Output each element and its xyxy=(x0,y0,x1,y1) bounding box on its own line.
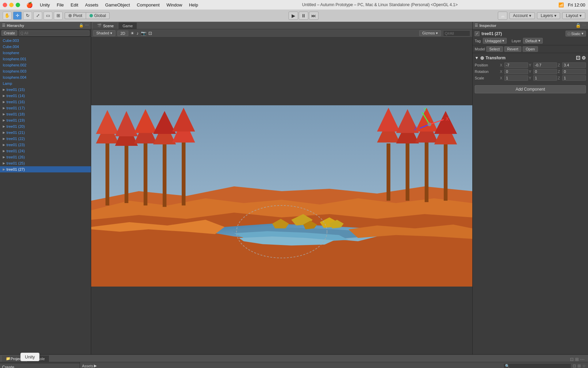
revert-button[interactable]: Revert xyxy=(504,46,521,52)
traffic-lights[interactable] xyxy=(3,3,20,7)
inspector-lock-icon[interactable]: 🔒 xyxy=(575,23,581,28)
scale-z-input[interactable] xyxy=(562,75,586,81)
step-button[interactable]: ⏭ xyxy=(309,12,318,20)
transform-collapse-icon[interactable]: ▼ xyxy=(475,56,479,60)
scale-tool-button[interactable]: ⤢ xyxy=(33,12,42,20)
project-search-input[interactable] xyxy=(503,363,571,368)
rotate-tool-button[interactable]: ↻ xyxy=(23,12,32,20)
global-button[interactable]: Global xyxy=(86,12,110,19)
position-x-input[interactable] xyxy=(504,62,528,68)
list-item[interactable]: ▶tree01 (21) xyxy=(0,129,91,136)
hierarchy-lock-icon[interactable]: 🔒 xyxy=(79,23,84,28)
scene-tab[interactable]: 🎬 Scene xyxy=(93,22,118,29)
menu-apple[interactable]: 🍎 xyxy=(23,0,36,10)
menu-component[interactable]: Component xyxy=(133,0,163,10)
gizmos-dropdown[interactable]: Gizmos ▾ xyxy=(419,30,441,36)
hierarchy-options-icon[interactable]: ⋯ xyxy=(85,23,89,28)
list-item[interactable]: ▶tree01 (19) xyxy=(0,117,91,123)
scene-search-input[interactable] xyxy=(443,30,470,36)
minimize-button[interactable] xyxy=(9,3,14,7)
position-y-input[interactable] xyxy=(533,62,557,68)
static-checkbox-icon: □ xyxy=(568,32,570,36)
list-item[interactable]: Icosphere.002 xyxy=(0,62,91,68)
rect-tool-button[interactable]: ▭ xyxy=(44,12,52,20)
list-item[interactable]: Icosphere.003 xyxy=(0,68,91,74)
rotation-z-input[interactable] xyxy=(562,69,586,74)
account-dropdown[interactable]: Account ▾ xyxy=(509,12,535,19)
rotation-x-input[interactable] xyxy=(504,69,528,74)
pivot-button[interactable]: Pivot xyxy=(65,12,86,19)
layers-dropdown[interactable]: Layers ▾ xyxy=(537,12,560,19)
list-item[interactable]: ▶tree01 (16) xyxy=(0,99,91,105)
game-tab[interactable]: Game xyxy=(118,22,137,29)
transform-copy-icon[interactable]: ⊡ xyxy=(576,55,580,61)
list-item[interactable]: Icosphere xyxy=(0,50,91,56)
add-component-button[interactable]: Add Component xyxy=(475,85,586,93)
play-button[interactable]: ▶ xyxy=(289,12,298,20)
layout-dropdown[interactable]: Layout ▾ xyxy=(562,12,585,19)
scale-x-input[interactable] xyxy=(504,75,528,81)
list-item[interactable]: Cube.003 xyxy=(0,37,91,44)
2d-button[interactable]: 2D xyxy=(117,31,128,36)
cloud-button[interactable]: ☁ xyxy=(498,12,507,20)
shading-dropdown[interactable]: Shaded ▾ xyxy=(93,30,115,36)
menu-edit[interactable]: Edit xyxy=(67,0,82,10)
transform-gear-icon[interactable]: ⚙ xyxy=(582,55,586,61)
layers-icon: ⊡ xyxy=(148,31,152,36)
list-item[interactable]: Lamp xyxy=(0,80,91,87)
project-list-icon[interactable]: ⊡ xyxy=(573,364,576,368)
menu-unity[interactable]: Unity xyxy=(36,0,53,10)
list-item[interactable]: Icosphere.001 xyxy=(0,56,91,62)
list-item[interactable]: ▶tree01 (15) xyxy=(0,87,91,93)
menu-file[interactable]: File xyxy=(53,0,67,10)
list-item[interactable]: ▶tree01 (22) xyxy=(0,136,91,142)
close-button[interactable] xyxy=(3,3,7,7)
list-item[interactable]: ▶tree01 (14) xyxy=(0,93,91,99)
maximize-button[interactable] xyxy=(16,3,20,7)
position-z-input[interactable] xyxy=(562,62,586,68)
list-item-selected[interactable]: ▶tree01 (27) xyxy=(0,166,91,172)
item-label: tree01 (14) xyxy=(6,94,25,98)
scale-label: Scale xyxy=(475,76,499,80)
list-item[interactable]: ▶tree01 (17) xyxy=(0,105,91,111)
list-item[interactable]: Cube.004 xyxy=(0,44,91,50)
project-create-button[interactable]: Create xyxy=(2,365,14,368)
layer-dropdown[interactable]: Default ▾ xyxy=(523,38,543,44)
list-item[interactable]: Icosphere.004 xyxy=(0,74,91,80)
transform-tool-button[interactable]: ⊞ xyxy=(54,12,63,20)
list-item[interactable]: ▶tree01 (18) xyxy=(0,111,91,117)
static-dropdown[interactable]: □ Static ▾ xyxy=(566,31,586,36)
open-button[interactable]: Open xyxy=(523,46,538,52)
bottom-panel-icon3[interactable]: ⋯ xyxy=(580,357,585,362)
scale-y-input[interactable] xyxy=(533,75,557,81)
project-star-icon[interactable]: ☆ xyxy=(582,364,586,368)
list-item[interactable]: ▶tree01 (23) xyxy=(0,142,91,148)
list-item[interactable]: ▶tree01 (20) xyxy=(0,123,91,129)
object-enabled-checkbox[interactable]: ✓ xyxy=(475,31,479,36)
move-tool-button[interactable]: ✛ xyxy=(13,12,22,20)
project-sidebar-toolbar: Create xyxy=(0,364,80,368)
assets-breadcrumb: Assets ▶ xyxy=(82,364,97,368)
bottom-panel-icon1[interactable]: ⊡ xyxy=(570,357,574,362)
select-button[interactable]: Select xyxy=(486,46,503,52)
bottom-panel-icon2[interactable]: ⊞ xyxy=(575,357,579,362)
menu-assets[interactable]: Assets xyxy=(82,0,102,10)
list-item[interactable]: ▶tree01 (24) xyxy=(0,148,91,154)
pause-button[interactable]: ⏸ xyxy=(299,12,308,20)
assets-path-label: Assets xyxy=(82,364,93,368)
scene-canvas[interactable]: X Y Z xyxy=(91,37,472,354)
inspector-options-icon[interactable]: ⋯ xyxy=(582,23,586,28)
viewport-area: 🎬 Scene Game Shaded ▾ 2D ☀ ♪ 📷 ⊡ Gizmos … xyxy=(91,22,472,354)
hand-tool-button[interactable]: ✋ xyxy=(3,12,12,20)
menu-help[interactable]: Help xyxy=(185,0,201,10)
project-grid-icon[interactable]: ⊞ xyxy=(577,364,581,368)
hierarchy-search-input[interactable] xyxy=(19,30,89,36)
rotation-y-input[interactable] xyxy=(533,69,557,74)
list-item[interactable]: ▶tree01 (25) xyxy=(0,160,91,166)
menu-gameobject[interactable]: GameObject xyxy=(102,0,133,10)
tag-dropdown[interactable]: Untagged ▾ xyxy=(483,38,507,44)
position-xyz: X Y Z xyxy=(500,62,586,68)
menu-window[interactable]: Window xyxy=(163,0,185,10)
list-item[interactable]: ▶tree01 (26) xyxy=(0,154,91,160)
hierarchy-create-button[interactable]: Create xyxy=(1,30,17,36)
